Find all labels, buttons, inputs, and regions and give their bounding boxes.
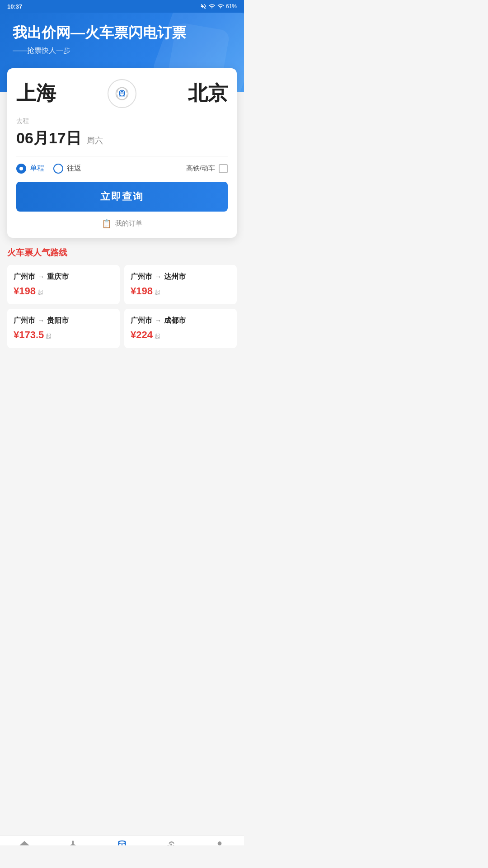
query-button[interactable]: 立即查询: [16, 182, 228, 212]
train-type-label: 高铁/动车: [186, 164, 215, 173]
wifi-icon: [209, 3, 215, 9]
trip-type-row: 单程 往返 高铁/动车: [16, 164, 228, 174]
routes-grid: 广州市 → 重庆市 ¥198 起 广州市 → 达州市 ¥198 起 广州市: [7, 265, 237, 348]
my-orders-label: 我的订单: [115, 219, 142, 228]
route-to-0: 重庆市: [47, 272, 69, 282]
route-to-1: 达州市: [164, 272, 186, 282]
date-weekday: 周六: [87, 135, 103, 146]
price-suffix-1: 起: [155, 288, 160, 297]
round-trip-radio[interactable]: 往返: [53, 164, 81, 174]
my-orders-link[interactable]: 📋 我的订单: [16, 219, 228, 229]
train-type-checkbox[interactable]: [219, 164, 228, 173]
round-trip-label: 往返: [67, 164, 81, 173]
date-month-day: 06月17日: [16, 128, 81, 149]
price-suffix-2: 起: [46, 332, 52, 340]
route-card-3[interactable]: 广州市 → 成都市 ¥224 起: [124, 309, 237, 348]
divider: [16, 156, 228, 156]
route-from-1: 广州市: [131, 272, 152, 282]
route-arrow-3: →: [155, 317, 161, 324]
popular-routes-section: 火车票人气路线 广州市 → 重庆市 ¥198 起 广州市 → 达州市 ¥198 …: [7, 247, 237, 348]
route-from-to-2: 广州市 → 贵阳市: [14, 316, 113, 326]
route-from-2: 广州市: [14, 316, 35, 326]
price-value-1: ¥198: [131, 285, 153, 297]
booking-card: 上海 北京 去程 06月17日 周六 单程: [7, 68, 237, 238]
route-price-3: ¥224 起: [131, 329, 230, 341]
route-to-3: 成都市: [164, 316, 186, 326]
mute-icon: [200, 3, 206, 9]
price-suffix-0: 起: [38, 288, 43, 297]
price-value-2: ¥173.5: [14, 329, 44, 341]
status-bar: 10:37 61%: [0, 0, 244, 13]
round-trip-circle: [53, 164, 63, 174]
one-way-circle: [16, 164, 26, 174]
from-city[interactable]: 上海: [16, 80, 102, 107]
route-card-2[interactable]: 广州市 → 贵阳市 ¥173.5 起: [7, 309, 120, 348]
price-suffix-3: 起: [155, 332, 160, 340]
city-row: 上海 北京: [16, 79, 228, 108]
banner-subtitle: ——抢票快人一步: [13, 46, 231, 56]
battery-label: 61%: [226, 3, 237, 9]
swap-button[interactable]: [108, 79, 136, 108]
route-from-0: 广州市: [14, 272, 35, 282]
route-from-to-0: 广州市 → 重庆市: [14, 272, 113, 282]
route-arrow-1: →: [155, 273, 161, 280]
status-time: 10:37: [7, 3, 22, 10]
to-city[interactable]: 北京: [142, 80, 228, 107]
price-value-0: ¥198: [14, 285, 36, 297]
route-price-0: ¥198 起: [14, 285, 113, 297]
signal-icon: [217, 3, 224, 9]
date-label: 去程: [16, 117, 228, 125]
route-card-1[interactable]: 广州市 → 达州市 ¥198 起: [124, 265, 237, 304]
route-arrow-0: →: [38, 273, 44, 280]
route-arrow-2: →: [38, 317, 44, 324]
orders-icon: 📋: [102, 219, 112, 229]
route-from-to-1: 广州市 → 达州市: [131, 272, 230, 282]
train-type-filter[interactable]: 高铁/动车: [186, 164, 228, 173]
one-way-radio[interactable]: 单程: [16, 164, 44, 174]
status-icons: 61%: [200, 3, 237, 9]
route-card-0[interactable]: 广州市 → 重庆市 ¥198 起: [7, 265, 120, 304]
one-way-label: 单程: [30, 164, 44, 173]
route-price-1: ¥198 起: [131, 285, 230, 297]
route-from-to-3: 广州市 → 成都市: [131, 316, 230, 326]
price-value-3: ¥224: [131, 329, 153, 341]
date-section[interactable]: 去程 06月17日 周六: [16, 117, 228, 149]
swap-icon: [115, 86, 129, 101]
date-value: 06月17日 周六: [16, 128, 228, 149]
route-to-2: 贵阳市: [47, 316, 69, 326]
section-title: 火车票人气路线: [7, 247, 237, 259]
route-from-3: 广州市: [131, 316, 152, 326]
banner-title: 我出价网—火车票闪电订票: [13, 24, 231, 42]
route-price-2: ¥173.5 起: [14, 329, 113, 341]
